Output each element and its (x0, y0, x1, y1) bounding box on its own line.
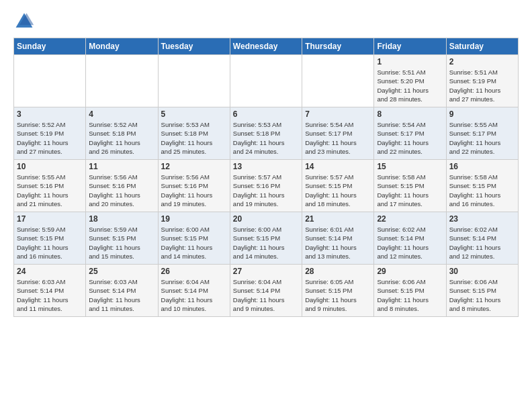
day-cell: 24Sunrise: 6:03 AM Sunset: 5:14 PM Dayli… (14, 265, 86, 317)
day-number: 19 (161, 214, 227, 224)
day-cell (158, 55, 230, 107)
day-number: 25 (89, 267, 154, 276)
day-info: Sunrise: 5:52 AM Sunset: 5:19 PM Dayligh… (17, 120, 83, 156)
day-cell: 19Sunrise: 6:00 AM Sunset: 5:15 PM Dayli… (158, 212, 230, 265)
day-number: 4 (89, 109, 154, 119)
day-cell: 22Sunrise: 6:02 AM Sunset: 5:14 PM Dayli… (374, 212, 446, 265)
day-info: Sunrise: 6:03 AM Sunset: 5:14 PM Dayligh… (89, 277, 154, 313)
day-number: 9 (449, 109, 515, 119)
day-info: Sunrise: 5:56 AM Sunset: 5:16 PM Dayligh… (89, 173, 154, 208)
day-info: Sunrise: 6:06 AM Sunset: 5:15 PM Dayligh… (449, 277, 515, 313)
day-info: Sunrise: 5:58 AM Sunset: 5:15 PM Dayligh… (449, 173, 515, 208)
week-row: 17Sunrise: 5:59 AM Sunset: 5:15 PM Dayli… (14, 212, 519, 265)
day-cell: 9Sunrise: 5:55 AM Sunset: 5:17 PM Daylig… (446, 107, 518, 160)
day-info: Sunrise: 5:59 AM Sunset: 5:15 PM Dayligh… (17, 225, 83, 261)
header (13, 11, 519, 32)
day-number: 12 (161, 162, 227, 171)
day-info: Sunrise: 5:56 AM Sunset: 5:16 PM Dayligh… (161, 173, 227, 208)
day-info: Sunrise: 5:55 AM Sunset: 5:16 PM Dayligh… (17, 173, 83, 208)
day-cell: 12Sunrise: 5:56 AM Sunset: 5:16 PM Dayli… (158, 160, 230, 212)
day-cell: 15Sunrise: 5:58 AM Sunset: 5:15 PM Dayli… (374, 160, 446, 212)
day-header: Thursday (302, 38, 374, 55)
day-info: Sunrise: 5:53 AM Sunset: 5:18 PM Dayligh… (161, 120, 227, 156)
week-row: 1Sunrise: 5:51 AM Sunset: 5:20 PM Daylig… (14, 55, 519, 107)
day-header: Sunday (14, 38, 86, 55)
day-number: 6 (233, 109, 299, 119)
day-number: 16 (449, 162, 515, 171)
day-info: Sunrise: 6:06 AM Sunset: 5:15 PM Dayligh… (377, 277, 443, 313)
day-cell: 5Sunrise: 5:53 AM Sunset: 5:18 PM Daylig… (158, 107, 230, 160)
day-cell: 13Sunrise: 5:57 AM Sunset: 5:16 PM Dayli… (230, 160, 302, 212)
logo-icon (13, 11, 35, 32)
day-info: Sunrise: 6:02 AM Sunset: 5:14 PM Dayligh… (449, 225, 515, 261)
day-info: Sunrise: 5:53 AM Sunset: 5:18 PM Dayligh… (233, 120, 299, 156)
day-cell: 27Sunrise: 6:04 AM Sunset: 5:14 PM Dayli… (230, 265, 302, 317)
day-cell: 3Sunrise: 5:52 AM Sunset: 5:19 PM Daylig… (14, 107, 86, 160)
day-number: 10 (17, 162, 83, 171)
day-number: 14 (305, 162, 371, 171)
day-cell: 11Sunrise: 5:56 AM Sunset: 5:16 PM Dayli… (86, 160, 158, 212)
day-header: Friday (374, 38, 446, 55)
day-cell: 30Sunrise: 6:06 AM Sunset: 5:15 PM Dayli… (446, 265, 518, 317)
day-number: 3 (17, 109, 83, 119)
day-info: Sunrise: 6:00 AM Sunset: 5:15 PM Dayligh… (161, 225, 227, 261)
day-cell: 16Sunrise: 5:58 AM Sunset: 5:15 PM Dayli… (446, 160, 518, 212)
day-cell: 8Sunrise: 5:54 AM Sunset: 5:17 PM Daylig… (374, 107, 446, 160)
day-info: Sunrise: 6:04 AM Sunset: 5:14 PM Dayligh… (233, 277, 299, 313)
day-header: Tuesday (158, 38, 230, 55)
day-info: Sunrise: 5:57 AM Sunset: 5:15 PM Dayligh… (305, 173, 371, 208)
day-cell (14, 55, 86, 107)
header-row: SundayMondayTuesdayWednesdayThursdayFrid… (14, 38, 519, 55)
day-cell: 26Sunrise: 6:04 AM Sunset: 5:14 PM Dayli… (158, 265, 230, 317)
day-number: 5 (161, 109, 227, 119)
day-number: 22 (377, 214, 443, 224)
day-cell (86, 55, 158, 107)
day-info: Sunrise: 5:55 AM Sunset: 5:17 PM Dayligh… (449, 120, 515, 156)
day-info: Sunrise: 5:51 AM Sunset: 5:19 PM Dayligh… (449, 68, 515, 103)
day-cell (230, 55, 302, 107)
day-number: 27 (233, 267, 299, 276)
week-row: 3Sunrise: 5:52 AM Sunset: 5:19 PM Daylig… (14, 107, 519, 160)
week-row: 24Sunrise: 6:03 AM Sunset: 5:14 PM Dayli… (14, 265, 519, 317)
calendar-table: SundayMondayTuesdayWednesdayThursdayFrid… (13, 38, 519, 317)
day-cell: 28Sunrise: 6:05 AM Sunset: 5:15 PM Dayli… (302, 265, 374, 317)
day-cell: 21Sunrise: 6:01 AM Sunset: 5:14 PM Dayli… (302, 212, 374, 265)
logo (13, 11, 39, 32)
day-cell: 10Sunrise: 5:55 AM Sunset: 5:16 PM Dayli… (14, 160, 86, 212)
day-cell: 25Sunrise: 6:03 AM Sunset: 5:14 PM Dayli… (86, 265, 158, 317)
day-number: 23 (449, 214, 515, 224)
day-number: 13 (233, 162, 299, 171)
day-cell: 14Sunrise: 5:57 AM Sunset: 5:15 PM Dayli… (302, 160, 374, 212)
day-number: 30 (449, 267, 515, 276)
day-cell: 6Sunrise: 5:53 AM Sunset: 5:18 PM Daylig… (230, 107, 302, 160)
day-number: 7 (305, 109, 371, 119)
day-number: 24 (17, 267, 83, 276)
day-number: 18 (89, 214, 154, 224)
day-info: Sunrise: 5:52 AM Sunset: 5:18 PM Dayligh… (89, 120, 154, 156)
day-cell (302, 55, 374, 107)
day-cell: 7Sunrise: 5:54 AM Sunset: 5:17 PM Daylig… (302, 107, 374, 160)
day-number: 17 (17, 214, 83, 224)
day-number: 26 (161, 267, 227, 276)
day-info: Sunrise: 6:05 AM Sunset: 5:15 PM Dayligh… (305, 277, 371, 313)
day-number: 11 (89, 162, 154, 171)
day-info: Sunrise: 5:57 AM Sunset: 5:16 PM Dayligh… (233, 173, 299, 208)
day-number: 8 (377, 109, 443, 119)
day-header: Saturday (446, 38, 518, 55)
day-cell: 1Sunrise: 5:51 AM Sunset: 5:20 PM Daylig… (374, 55, 446, 107)
day-number: 1 (377, 57, 443, 66)
day-info: Sunrise: 5:58 AM Sunset: 5:15 PM Dayligh… (377, 173, 443, 208)
day-cell: 4Sunrise: 5:52 AM Sunset: 5:18 PM Daylig… (86, 107, 158, 160)
day-cell: 23Sunrise: 6:02 AM Sunset: 5:14 PM Dayli… (446, 212, 518, 265)
day-info: Sunrise: 6:02 AM Sunset: 5:14 PM Dayligh… (377, 225, 443, 261)
day-number: 2 (449, 57, 515, 66)
day-number: 15 (377, 162, 443, 171)
day-info: Sunrise: 6:01 AM Sunset: 5:14 PM Dayligh… (305, 225, 371, 261)
day-cell: 29Sunrise: 6:06 AM Sunset: 5:15 PM Dayli… (374, 265, 446, 317)
day-header: Monday (86, 38, 158, 55)
day-number: 29 (377, 267, 443, 276)
page: SundayMondayTuesdayWednesdayThursdayFrid… (0, 0, 532, 324)
day-number: 28 (305, 267, 371, 276)
day-cell: 18Sunrise: 5:59 AM Sunset: 5:15 PM Dayli… (86, 212, 158, 265)
day-info: Sunrise: 5:54 AM Sunset: 5:17 PM Dayligh… (377, 120, 443, 156)
